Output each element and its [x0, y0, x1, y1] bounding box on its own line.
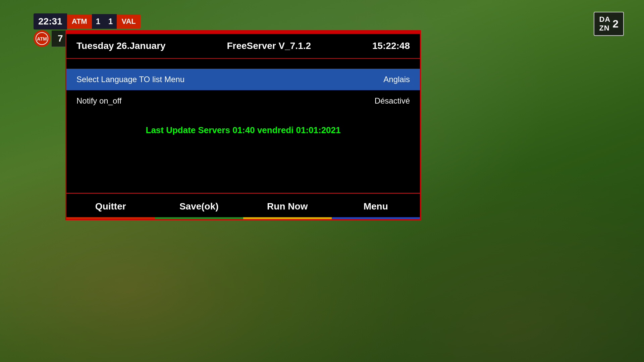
team-atm: ATM — [67, 14, 92, 28]
menu-item-language[interactable]: Select Language TO list Menu Anglais — [66, 69, 420, 90]
panel-time: 15:22:48 — [372, 41, 410, 51]
save-button[interactable]: Save(ok) — [155, 194, 244, 219]
svg-text:ATM: ATM — [37, 36, 47, 42]
menu-item-notify-label: Notify on_off — [76, 96, 121, 106]
score-team1: 1 — [92, 14, 104, 29]
panel-date: Tuesday 26.January — [76, 41, 166, 51]
panel-title-bar: Tuesday 26.January FreeServer V_7.1.2 15… — [66, 34, 420, 59]
match-time: 22:31 — [34, 13, 67, 29]
panel-header-bar — [66, 31, 420, 34]
score-bar: 22:31 ATM 1 1 VAL — [34, 13, 141, 29]
menu-item-language-value: Anglais — [383, 75, 410, 84]
panel-app-name: FreeServer V_7.1.2 — [227, 41, 311, 51]
last-update-text: Last Update Servers 01:40 vendredi 01:01… — [66, 112, 420, 145]
dazn-logo: DAZN 2 — [594, 12, 624, 36]
score-bar2: ATM 7 — [34, 30, 69, 47]
button-bar: Quitter Save(ok) Run Now Menu — [66, 193, 420, 219]
quitter-button[interactable]: Quitter — [66, 194, 155, 219]
team-val: VAL — [117, 14, 140, 28]
panel-content: Select Language TO list Menu Anglais Not… — [66, 59, 420, 193]
score-team2: 1 — [104, 14, 117, 29]
atletico-logo: ATM — [34, 30, 50, 47]
menu-item-notify-value: Désactivé — [375, 96, 410, 106]
menu-item-notify[interactable]: Notify on_off Désactivé — [66, 90, 420, 112]
menu-item-language-label: Select Language TO list Menu — [76, 75, 184, 84]
menu-button[interactable]: Menu — [332, 194, 420, 219]
run-now-button[interactable]: Run Now — [243, 194, 332, 219]
dazn-channel: 2 — [612, 18, 619, 30]
dazn-text: DAZN — [599, 15, 610, 33]
main-panel: Tuesday 26.January FreeServer V_7.1.2 15… — [65, 30, 421, 220]
